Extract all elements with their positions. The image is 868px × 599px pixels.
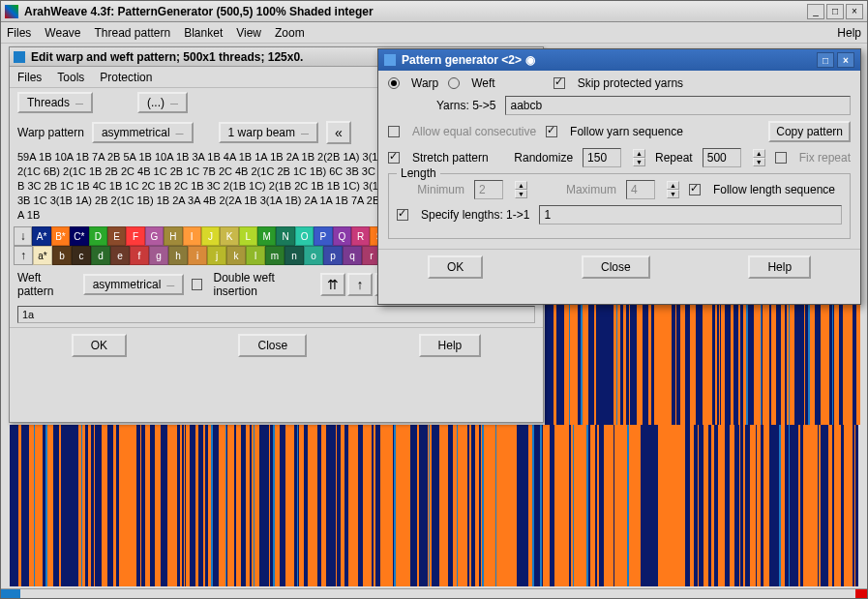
edit-help-button[interactable]: Help xyxy=(419,334,482,357)
color-swatch[interactable]: p xyxy=(323,246,343,265)
paren-dropdown[interactable]: (...) xyxy=(137,92,188,113)
color-swatch[interactable]: M xyxy=(257,226,276,246)
randomize-spinner[interactable]: ▲▼ xyxy=(633,149,645,166)
edit-menu-tools[interactable]: Tools xyxy=(57,71,84,84)
pattern-generator-window: Pattern generator <2> ◉ □ × Warp Weft Sk… xyxy=(377,48,861,305)
repeat-input[interactable] xyxy=(703,148,741,167)
menu-weave[interactable]: Weave xyxy=(45,26,80,40)
status-indicator-blue xyxy=(1,589,20,598)
color-swatch[interactable]: m xyxy=(265,246,284,265)
menu-files[interactable]: Files xyxy=(7,26,31,40)
color-swatch[interactable]: K xyxy=(220,226,238,246)
warp-left-icon[interactable]: « xyxy=(326,121,351,144)
edit-ok-button[interactable]: OK xyxy=(72,334,127,357)
weft-radio[interactable] xyxy=(448,77,460,89)
color-swatch[interactable]: F xyxy=(126,226,144,246)
pg-close-button[interactable]: × xyxy=(837,52,854,68)
edit-menu-protection[interactable]: Protection xyxy=(100,71,152,84)
stretch-pattern-checkbox[interactable] xyxy=(388,152,400,164)
color-swatch[interactable]: g xyxy=(149,246,168,265)
minimize-button[interactable]: _ xyxy=(807,4,824,19)
color-swatch[interactable]: L xyxy=(239,226,257,246)
color-swatch[interactable]: E xyxy=(107,226,126,246)
color-swatch[interactable]: P xyxy=(314,226,332,246)
repeat-spinner[interactable]: ▲▼ xyxy=(753,149,765,166)
skip-protected-checkbox[interactable] xyxy=(554,77,565,89)
pg-maximize-button[interactable]: □ xyxy=(817,52,834,68)
palette-up-arrow[interactable]: ↑ xyxy=(14,246,33,265)
color-swatch[interactable]: Q xyxy=(333,226,351,246)
color-swatch[interactable]: N xyxy=(276,226,294,246)
minimum-spinner: ▲▼ xyxy=(515,181,527,198)
status-indicator-red xyxy=(855,589,867,598)
color-swatch[interactable]: a* xyxy=(33,246,52,265)
threads-dropdown[interactable]: Threads xyxy=(17,92,93,113)
color-swatch[interactable]: d xyxy=(91,246,110,265)
pg-ok-button[interactable]: OK xyxy=(428,255,483,279)
specify-lengths-label: Specify lengths: 1->1 xyxy=(421,208,529,222)
double-weft-checkbox[interactable] xyxy=(192,279,202,290)
color-swatch[interactable]: O xyxy=(295,226,314,246)
follow-yarn-label: Follow yarn sequence xyxy=(570,125,683,138)
color-swatch[interactable]: C* xyxy=(70,226,88,246)
menu-thread[interactable]: Thread pattern xyxy=(94,26,170,40)
minimum-label: Minimum xyxy=(397,183,464,196)
color-swatch[interactable]: B* xyxy=(51,226,70,246)
color-swatch[interactable]: I xyxy=(183,226,201,246)
menu-zoom[interactable]: Zoom xyxy=(275,26,305,40)
color-swatch[interactable]: A* xyxy=(32,226,50,246)
color-swatch[interactable]: J xyxy=(201,226,220,246)
weft-mode-dropdown[interactable]: asymmetrical xyxy=(83,274,185,295)
menu-help[interactable]: Help xyxy=(837,26,861,40)
color-swatch[interactable]: l xyxy=(246,246,265,265)
edit-close-button[interactable]: Close xyxy=(238,334,307,357)
repeat-label: Repeat xyxy=(655,151,693,165)
color-swatch[interactable]: c xyxy=(72,246,91,265)
edit-window-icon xyxy=(14,51,25,63)
follow-yarn-checkbox[interactable] xyxy=(546,126,557,137)
warp-beam-dropdown[interactable]: 1 warp beam xyxy=(219,122,318,143)
color-swatch[interactable]: e xyxy=(110,246,130,265)
color-swatch[interactable]: n xyxy=(284,246,304,265)
statusbar xyxy=(1,588,867,598)
color-swatch[interactable]: h xyxy=(168,246,188,265)
pg-titlebar[interactable]: Pattern generator <2> ◉ □ × xyxy=(378,49,860,71)
close-main-button[interactable]: × xyxy=(846,4,863,19)
pg-title-text: Pattern generator <2> xyxy=(402,53,522,67)
color-swatch[interactable]: o xyxy=(304,246,323,265)
color-swatch[interactable]: q xyxy=(343,246,362,265)
specify-lengths-input[interactable] xyxy=(539,205,842,225)
weft-up2-icon[interactable]: ⇈ xyxy=(320,273,345,296)
color-swatch[interactable]: j xyxy=(207,246,226,265)
weft-value-input[interactable]: 1a xyxy=(17,306,535,323)
color-swatch[interactable]: G xyxy=(145,226,164,246)
copy-pattern-button[interactable]: Copy pattern xyxy=(768,121,851,142)
pg-help-button[interactable]: Help xyxy=(748,255,811,279)
warp-radio[interactable] xyxy=(388,77,400,89)
minimum-input xyxy=(474,180,503,199)
color-swatch[interactable]: D xyxy=(89,226,107,246)
double-weft-label: Double weft insertion xyxy=(213,271,313,298)
color-swatch[interactable]: f xyxy=(130,246,149,265)
specify-lengths-checkbox[interactable] xyxy=(397,209,408,221)
randomize-input[interactable] xyxy=(583,148,621,167)
color-swatch[interactable]: R xyxy=(351,226,370,246)
maximize-button[interactable]: □ xyxy=(826,4,844,19)
yarns-input[interactable] xyxy=(505,96,851,115)
edit-title: Edit warp and weft pattern; 500x1 thread… xyxy=(31,50,303,64)
follow-length-checkbox[interactable] xyxy=(689,184,701,195)
menu-view[interactable]: View xyxy=(236,26,261,40)
pg-close-button-bottom[interactable]: Close xyxy=(582,255,650,279)
palette-down-arrow[interactable]: ↓ xyxy=(14,226,32,246)
main-title: ArahWeave 4.3f: PatternGenerator (500,5)… xyxy=(24,5,805,18)
allow-equal-checkbox xyxy=(388,126,400,137)
color-swatch[interactable]: b xyxy=(52,246,72,265)
color-swatch[interactable]: i xyxy=(188,246,207,265)
weft-up-icon[interactable]: ↑ xyxy=(347,273,373,296)
color-swatch[interactable]: H xyxy=(164,226,182,246)
warp-mode-dropdown[interactable]: asymmetrical xyxy=(92,122,194,143)
pg-title-swirl-icon: ◉ xyxy=(525,53,535,67)
color-swatch[interactable]: k xyxy=(226,246,246,265)
edit-menu-files[interactable]: Files xyxy=(17,71,42,84)
menu-blanket[interactable]: Blanket xyxy=(184,26,223,40)
